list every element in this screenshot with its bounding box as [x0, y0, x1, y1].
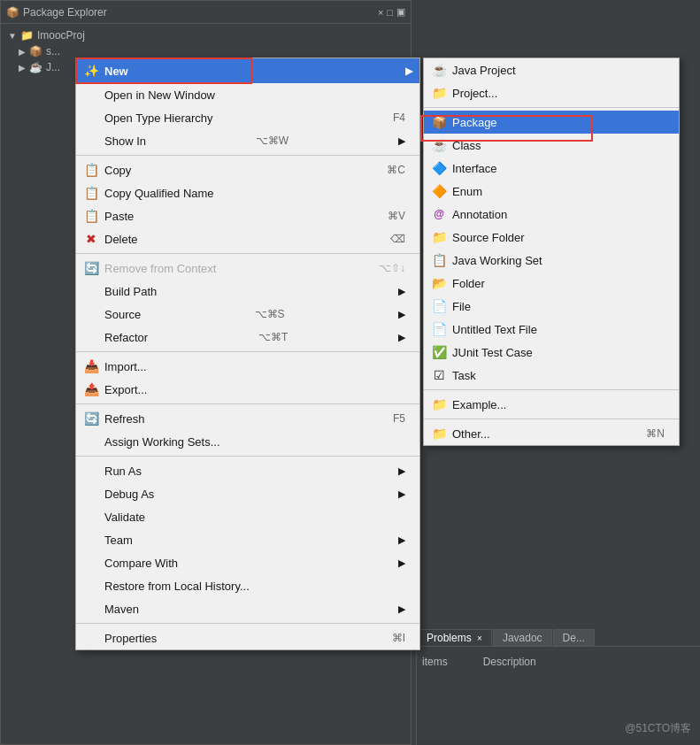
- divider-5: [76, 456, 419, 457]
- enum-label: Enum: [452, 185, 482, 198]
- tab-problems-label: Problems: [427, 632, 472, 644]
- tab-problems[interactable]: Problems ×: [417, 629, 492, 646]
- submenu-item-interface[interactable]: 🔷 Interface: [424, 157, 679, 180]
- compare-arrow: ▶: [398, 557, 405, 569]
- java-project-label: Java Project: [452, 64, 516, 77]
- menu-item-team[interactable]: Team ▶: [76, 528, 419, 551]
- close-icon[interactable]: ×: [378, 7, 383, 18]
- paste-label: Paste: [104, 210, 134, 223]
- tab-de-label: De...: [563, 632, 585, 644]
- debug-arrow: ▶: [398, 488, 405, 500]
- menu-item-paste[interactable]: 📋 Paste ⌘V: [76, 204, 419, 227]
- submenu-divider-2: [424, 389, 679, 390]
- build-path-label: Build Path: [104, 285, 157, 298]
- menu-item-export[interactable]: 📤 Export...: [76, 378, 419, 401]
- import-label: Import...: [104, 360, 147, 373]
- submenu-item-java-project[interactable]: ☕ Java Project: [424, 58, 679, 81]
- menu-item-refactor[interactable]: Refactor ⌥⌘T ▶: [76, 326, 419, 349]
- untitled-text-file-label: Untitled Text File: [452, 323, 537, 336]
- maximize-icon[interactable]: ▣: [396, 6, 405, 18]
- remove-context-label: Remove from Context: [104, 262, 216, 275]
- new-arrow: ▶: [405, 65, 412, 77]
- source-icon: [83, 306, 99, 322]
- problems-content: items Description: [417, 647, 700, 677]
- submenu-item-package[interactable]: 📦 Package: [424, 111, 679, 134]
- class-icon: ☕: [431, 137, 447, 153]
- tab-de[interactable]: De...: [553, 629, 595, 646]
- open-new-window-label: Open in New Window: [104, 88, 215, 102]
- menu-item-delete[interactable]: ✖ Delete ⌫: [76, 227, 419, 250]
- menu-item-build-path[interactable]: Build Path ▶: [76, 280, 419, 303]
- junit-label: JUnit Test Case: [452, 346, 533, 359]
- submenu-item-source-folder[interactable]: 📁 Source Folder: [424, 226, 679, 249]
- java-working-set-icon: 📋: [431, 252, 447, 268]
- col-description: Description: [483, 656, 536, 668]
- menu-item-debug-as[interactable]: Debug As ▶: [76, 482, 419, 505]
- menu-item-assign-working-sets[interactable]: Assign Working Sets...: [76, 430, 419, 453]
- submenu-item-other[interactable]: 📁 Other... ⌘N: [424, 422, 679, 445]
- maven-arrow: ▶: [398, 603, 405, 615]
- tree-item-root[interactable]: ▼ 📁 ImoocProj: [1, 27, 411, 43]
- example-label: Example...: [452, 398, 506, 411]
- class-label: Class: [452, 139, 481, 152]
- submenu-item-example[interactable]: 📁 Example...: [424, 393, 679, 416]
- copy-qualified-icon: 📋: [83, 185, 99, 201]
- delete-label: Delete: [104, 233, 138, 246]
- menu-item-remove-from-context[interactable]: 🔄 Remove from Context ⌥⇧↓: [76, 257, 419, 280]
- maven-label: Maven: [104, 603, 139, 616]
- source-arrow: ▶: [398, 309, 405, 320]
- tab-javadoc[interactable]: Javadoc: [493, 629, 552, 646]
- remove-context-icon: 🔄: [83, 260, 99, 276]
- menu-item-maven[interactable]: Maven ▶: [76, 597, 419, 620]
- submenu-item-java-working-set[interactable]: 📋 Java Working Set: [424, 249, 679, 272]
- submenu-item-project[interactable]: 📁 Project...: [424, 81, 679, 104]
- run-icon: [83, 463, 99, 479]
- other-shortcut: ⌘N: [646, 427, 665, 440]
- divider-4: [76, 403, 419, 404]
- panel-header: 📦 Package Explorer × □ ▣: [1, 1, 411, 24]
- menu-item-open-type-hierarchy[interactable]: Open Type Hierarchy F4: [76, 106, 419, 129]
- remove-context-shortcut: ⌥⇧↓: [379, 262, 405, 274]
- copy-icon: 📋: [83, 162, 99, 178]
- menu-item-validate[interactable]: Validate: [76, 505, 419, 528]
- menu-item-compare-with[interactable]: Compare With ▶: [76, 551, 419, 574]
- menu-item-open-new-window[interactable]: Open in New Window: [76, 83, 419, 106]
- menu-item-copy[interactable]: 📋 Copy ⌘C: [76, 158, 419, 181]
- file-label: File: [452, 300, 471, 313]
- submenu-item-folder[interactable]: 📂 Folder: [424, 272, 679, 295]
- show-in-arrow: ▶: [398, 135, 405, 147]
- submenu-item-annotation[interactable]: @ Annotation: [424, 203, 679, 226]
- submenu-item-class[interactable]: ☕ Class: [424, 134, 679, 157]
- expand-icon: ▼: [8, 31, 17, 41]
- submenu-item-junit-test-case[interactable]: ✅ JUnit Test Case: [424, 341, 679, 364]
- menu-item-import[interactable]: 📥 Import...: [76, 355, 419, 378]
- validate-icon: [83, 509, 99, 525]
- expand-icon-jre: ▶: [19, 63, 26, 73]
- menu-item-restore-local-history[interactable]: Restore from Local History...: [76, 574, 419, 597]
- source-folder-label: Source Folder: [452, 231, 525, 244]
- submenu-divider-1: [424, 107, 679, 108]
- new-label: New: [104, 65, 128, 78]
- menu-item-run-as[interactable]: Run As ▶: [76, 459, 419, 482]
- enum-icon: 🔶: [431, 183, 447, 199]
- menu-item-show-in[interactable]: Show In ⌥⌘W ▶: [76, 129, 419, 152]
- package-label: Package: [452, 116, 497, 129]
- refactor-icon: [83, 329, 99, 345]
- export-label: Export...: [104, 383, 147, 396]
- submenu-item-task[interactable]: ☑ Task: [424, 364, 679, 387]
- src-icon: 📦: [29, 45, 42, 58]
- submenu-item-untitled-text-file[interactable]: 📄 Untitled Text File: [424, 318, 679, 341]
- minimize-icon[interactable]: □: [387, 7, 393, 18]
- context-menu: ✨ New ▶ Open in New Window Open Type Hie…: [75, 58, 420, 650]
- submenu-item-file[interactable]: 📄 File: [424, 295, 679, 318]
- menu-item-refresh[interactable]: 🔄 Refresh F5: [76, 407, 419, 430]
- menu-item-source[interactable]: Source ⌥⌘S ▶: [76, 303, 419, 326]
- package-icon: 📦: [6, 6, 19, 19]
- folder-label: Folder: [452, 277, 485, 290]
- copy-label: Copy: [104, 164, 131, 177]
- menu-item-new[interactable]: ✨ New ▶: [76, 58, 419, 83]
- menu-item-properties[interactable]: Properties ⌘I: [76, 626, 419, 649]
- properties-label: Properties: [104, 632, 157, 645]
- submenu-item-enum[interactable]: 🔶 Enum: [424, 180, 679, 203]
- menu-item-copy-qualified-name[interactable]: 📋 Copy Qualified Name: [76, 181, 419, 204]
